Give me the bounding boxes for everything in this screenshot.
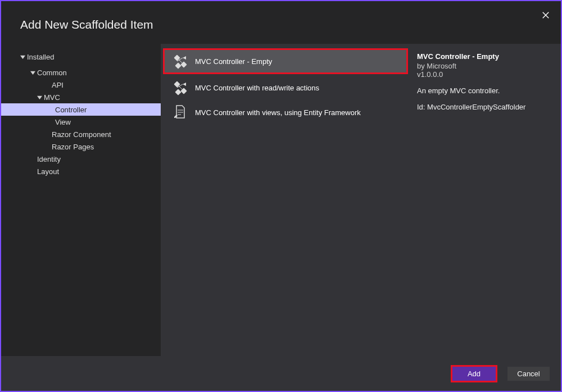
tree-node-api[interactable]: API bbox=[1, 79, 161, 91]
svg-rect-8 bbox=[175, 89, 181, 95]
detail-id-label: Id: bbox=[417, 103, 425, 111]
caret-down-icon bbox=[19, 54, 26, 60]
tree-label: Common bbox=[37, 69, 67, 77]
dialog-title: Add New Scaffolded Item bbox=[1, 1, 561, 44]
tree-label: API bbox=[52, 81, 64, 89]
detail-description: An empty MVC controller. bbox=[417, 86, 552, 95]
template-label: MVC Controller with read/write actions bbox=[195, 84, 319, 92]
controller-icon bbox=[173, 53, 188, 69]
template-list: MVC Controller - Empty bbox=[161, 44, 411, 126]
tree-label: Razor Pages bbox=[52, 143, 94, 151]
add-button[interactable]: Add bbox=[451, 365, 497, 382]
tree-node-razor-pages[interactable]: Razor Pages bbox=[1, 140, 161, 153]
tree-label: View bbox=[55, 118, 71, 126]
tree-node-view[interactable]: View bbox=[1, 116, 161, 128]
tree-node-razor-component[interactable]: Razor Component bbox=[1, 128, 161, 140]
tree-label: Identity bbox=[37, 155, 61, 163]
detail-id-value: MvcControllerEmptyScaffolder bbox=[427, 103, 525, 111]
tree-label: Layout bbox=[37, 167, 59, 176]
cancel-button[interactable]: Cancel bbox=[507, 367, 550, 381]
tree-node-controller[interactable]: Controller bbox=[1, 103, 161, 116]
tree-node-identity[interactable]: Identity bbox=[1, 153, 161, 165]
tree-node-installed[interactable]: Installed bbox=[1, 51, 161, 63]
caret-down-icon bbox=[29, 70, 36, 75]
tree-label: Controller bbox=[55, 106, 87, 114]
details-panel: MVC Controller - Empty by Microsoft v1.0… bbox=[411, 44, 561, 356]
template-label: MVC Controller - Empty bbox=[195, 57, 272, 66]
dialog-window: Add New Scaffolded Item Installed Common… bbox=[0, 0, 562, 392]
content-area: Installed Common API MVC Controller bbox=[1, 44, 561, 356]
template-list-panel: MVC Controller - Empty bbox=[161, 44, 411, 356]
template-label: MVC Controller with views, using Entity … bbox=[195, 108, 361, 117]
dialog-footer: Add Cancel bbox=[1, 356, 561, 391]
tree-label: Razor Component bbox=[52, 130, 111, 139]
detail-author: by Microsoft bbox=[417, 62, 552, 70]
file-icon bbox=[173, 104, 188, 120]
close-icon bbox=[542, 11, 550, 19]
template-item-mvc-ef[interactable]: MVC Controller with views, using Entity … bbox=[165, 101, 408, 124]
tree-node-mvc[interactable]: MVC bbox=[1, 91, 161, 103]
detail-id: Id: MvcControllerEmptyScaffolder bbox=[417, 103, 552, 111]
svg-rect-3 bbox=[175, 62, 181, 69]
category-tree: Installed Common API MVC Controller bbox=[1, 44, 161, 356]
close-button[interactable] bbox=[542, 11, 551, 20]
controller-icon bbox=[173, 80, 188, 95]
detail-version: v1.0.0.0 bbox=[417, 70, 552, 79]
tree-label: MVC bbox=[44, 93, 60, 102]
caret-down-icon bbox=[36, 95, 43, 100]
tree-label: Installed bbox=[27, 53, 54, 61]
detail-title: MVC Controller - Empty bbox=[417, 52, 552, 61]
template-item-mvc-empty[interactable]: MVC Controller - Empty bbox=[163, 48, 408, 74]
template-item-mvc-readwrite[interactable]: MVC Controller with read/write actions bbox=[165, 76, 408, 99]
tree-node-layout[interactable]: Layout bbox=[1, 165, 161, 177]
tree-node-common[interactable]: Common bbox=[1, 66, 161, 79]
